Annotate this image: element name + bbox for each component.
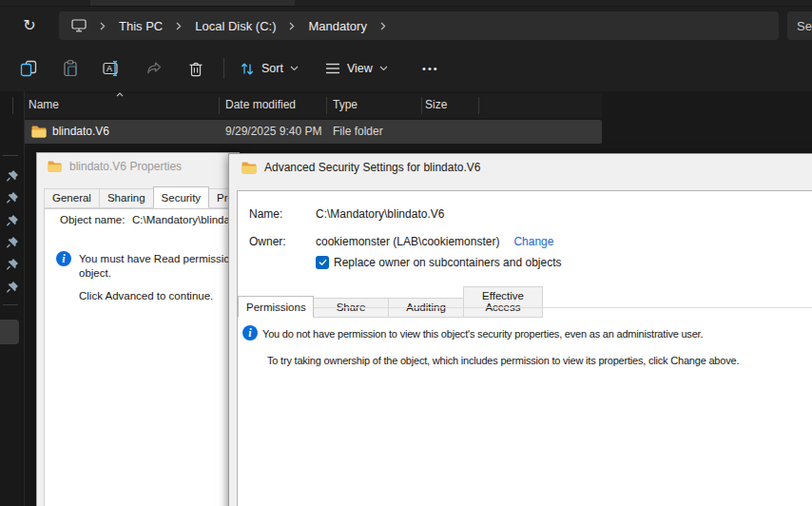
paste-icon xyxy=(62,60,79,77)
info-icon: i xyxy=(242,325,258,341)
view-label: View xyxy=(347,62,373,75)
see-more-button[interactable]: ••• xyxy=(410,51,452,86)
search-box[interactable]: Sea xyxy=(787,11,812,40)
search-text: Sea xyxy=(797,19,812,33)
divider xyxy=(3,155,18,156)
pin-icon[interactable] xyxy=(5,213,20,228)
advanced-security-dialog: Advanced Security Settings for blindato.… xyxy=(228,153,812,506)
chevron-right-icon[interactable] xyxy=(100,22,106,30)
folder-icon xyxy=(242,162,257,174)
breadcrumb: This PC Local Disk (C:) Mandatory xyxy=(59,11,779,40)
svg-text:A: A xyxy=(106,64,112,73)
command-bar: A Sort xyxy=(0,45,812,91)
paste-button[interactable] xyxy=(49,51,91,86)
breadcrumb-item-this-pc[interactable]: This PC xyxy=(119,19,163,33)
advanced-dialog-title: Advanced Security Settings for blindato.… xyxy=(264,161,480,174)
pin-icon[interactable] xyxy=(5,168,20,184)
rename-icon: A xyxy=(103,60,122,77)
rename-button[interactable]: A xyxy=(91,51,133,86)
change-owner-link[interactable]: Change xyxy=(513,235,553,248)
column-header-date-modified[interactable]: Date modified xyxy=(225,98,296,111)
column-header-band xyxy=(24,93,602,118)
pin-icon[interactable] xyxy=(5,257,20,272)
tab-permissions[interactable]: Permissions xyxy=(238,296,314,318)
share-icon xyxy=(145,60,163,76)
breadcrumb-item-mandatory[interactable]: Mandatory xyxy=(308,19,366,33)
sort-dropdown[interactable]: Sort xyxy=(231,51,307,86)
chevron-down-icon xyxy=(290,66,299,71)
copy-button[interactable] xyxy=(8,51,49,86)
properties-dialog: blindato.V6 Properties General Sharing S… xyxy=(36,152,240,506)
chevron-right-icon[interactable] xyxy=(176,22,182,30)
owner-value: cookiemonster (LAB\cookiemonster) xyxy=(316,235,499,248)
sidebar-selected-item[interactable] xyxy=(0,320,19,344)
replace-owner-checkbox[interactable] xyxy=(316,256,329,269)
column-resize-handle[interactable] xyxy=(421,97,422,114)
owner-row: cookiemonster (LAB\cookiemonster) Change xyxy=(316,235,553,248)
tab-security[interactable]: Security xyxy=(153,186,210,208)
pin-icon[interactable] xyxy=(5,190,20,205)
chevron-right-icon[interactable] xyxy=(289,22,295,30)
column-resize-handle[interactable] xyxy=(12,97,13,114)
column-header-type[interactable]: Type xyxy=(333,98,358,111)
name-label: Name: xyxy=(249,207,282,221)
pin-icon[interactable] xyxy=(5,235,20,250)
file-type: File folder xyxy=(333,125,383,138)
file-row-blindato-v6[interactable]: blindato.V6 9/29/2025 9:40 PM File folde… xyxy=(24,120,602,144)
refresh-button[interactable]: ↻ xyxy=(15,10,44,39)
properties-dialog-title: blindato.V6 Properties xyxy=(69,160,182,173)
check-icon xyxy=(319,259,327,266)
tab-effective-access[interactable]: Effective Access xyxy=(463,286,543,318)
pin-icon[interactable] xyxy=(5,280,20,295)
sort-icon xyxy=(240,61,255,76)
folder-icon xyxy=(48,161,62,172)
tab-page-border xyxy=(238,307,812,308)
no-permission-text: You do not have permission to view this … xyxy=(262,328,703,340)
column-resize-handle[interactable] xyxy=(478,97,479,114)
info-icon: i xyxy=(56,251,71,266)
share-button[interactable] xyxy=(133,51,175,86)
permissions-warning-line2: object. xyxy=(79,267,111,279)
folder-icon xyxy=(31,126,47,138)
this-pc-icon xyxy=(71,19,87,32)
properties-dialog-titlebar: blindato.V6 Properties xyxy=(37,153,239,177)
owner-label: Owner: xyxy=(249,235,286,248)
object-name-value: C:\Mandatory\blindat xyxy=(132,214,233,225)
advanced-tab-strip: Permissions Share Auditing Effective Acc… xyxy=(238,286,542,318)
view-icon xyxy=(325,62,340,75)
toolbar-divider xyxy=(223,58,224,79)
breadcrumb-item-local-disk-c[interactable]: Local Disk (C:) xyxy=(195,19,276,33)
sort-ascending-icon xyxy=(116,92,124,97)
replace-owner-label: Replace owner on subcontainers and objec… xyxy=(334,256,561,269)
take-ownership-text: To try taking ownership of the object, w… xyxy=(267,355,739,366)
file-name: blindato.V6 xyxy=(52,125,109,138)
delete-button[interactable] xyxy=(175,51,217,86)
divider xyxy=(3,304,18,305)
advanced-dialog-titlebar: Advanced Security Settings for blindato.… xyxy=(229,154,812,178)
sidebar-divider xyxy=(24,91,25,506)
refresh-icon: ↻ xyxy=(23,16,35,34)
sort-label: Sort xyxy=(261,62,283,75)
chevron-right-icon[interactable] xyxy=(380,22,386,30)
name-value: C:\Mandatory\blindato.V6 xyxy=(316,207,444,221)
permissions-warning-line1: You must have Read permissions xyxy=(79,253,240,264)
see-more-icon: ••• xyxy=(422,63,439,74)
column-header-name[interactable]: Name xyxy=(29,98,59,111)
tab-sharing[interactable]: Sharing xyxy=(99,188,154,208)
object-name-label: Object name: xyxy=(60,214,125,225)
column-resize-handle[interactable] xyxy=(326,97,327,114)
delete-icon xyxy=(187,60,204,77)
copy-icon xyxy=(20,60,37,77)
properties-tab-strip: General Sharing Security Previous xyxy=(44,188,240,208)
advanced-dialog-panel: Name: C:\Mandatory\blindato.V6 Owner: co… xyxy=(237,190,812,506)
tab-general[interactable]: General xyxy=(44,188,100,208)
chevron-down-icon xyxy=(379,66,388,71)
column-resize-handle[interactable] xyxy=(219,97,220,114)
view-dropdown[interactable]: View xyxy=(317,51,396,86)
navigation-bar: ↻ This PC Local Disk (C:) Mandatory Sea xyxy=(0,7,812,45)
advanced-hint-text: Click Advanced to continue. xyxy=(79,290,213,302)
file-date-modified: 9/29/2025 9:40 PM xyxy=(225,125,321,138)
column-header-size[interactable]: Size xyxy=(425,98,447,111)
